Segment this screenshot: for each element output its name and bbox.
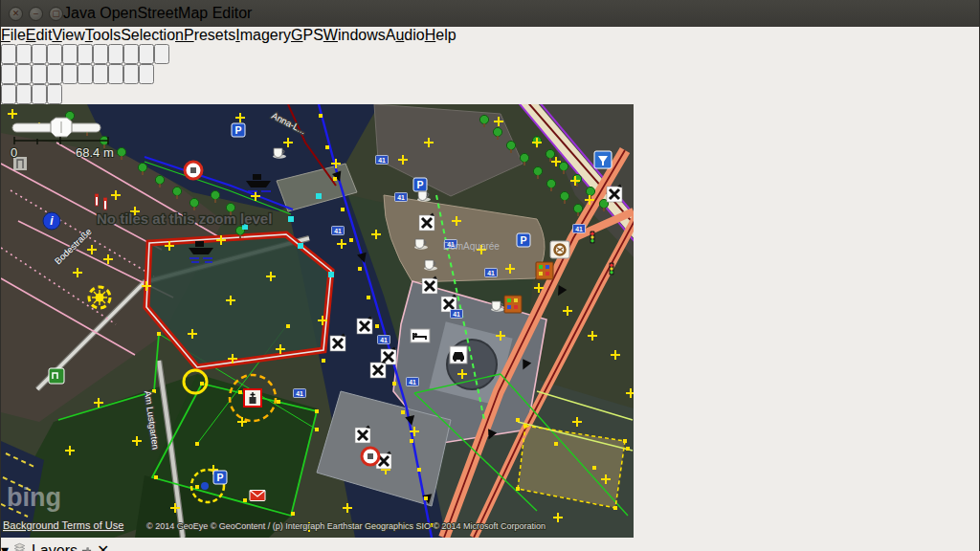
scale-label: 68.4 m bbox=[76, 145, 114, 160]
preferences-button[interactable] bbox=[108, 44, 123, 64]
right-panel-column: ▾ Layers ✕ Data Layer 1 b Bing Sat bbox=[1, 541, 979, 551]
menu-item-view[interactable]: View bbox=[52, 27, 84, 43]
undo-button[interactable] bbox=[62, 44, 78, 64]
merge-tool-button[interactable] bbox=[123, 64, 139, 84]
taxi-icon bbox=[450, 346, 467, 364]
layers-tool-button[interactable] bbox=[1, 84, 16, 104]
zoom-tool-button[interactable] bbox=[62, 64, 78, 84]
menu-item-edit[interactable]: Edit bbox=[26, 27, 53, 43]
lasso-tool-button[interactable] bbox=[32, 64, 47, 84]
update-data-button[interactable] bbox=[32, 44, 47, 64]
imagery-attribution: © 2014 GeoEye © GeoContent / (p) Intergr… bbox=[146, 521, 546, 531]
menu-item-audio[interactable]: Audio bbox=[386, 27, 425, 43]
open-button[interactable] bbox=[1, 44, 16, 64]
fountain-icon bbox=[594, 151, 612, 168]
window-controls: ✕ – ▢ bbox=[9, 7, 63, 21]
main-toolbar bbox=[1, 44, 979, 64]
scale-zero: 0 bbox=[11, 145, 17, 160]
delete-tool-button[interactable] bbox=[78, 64, 93, 84]
measure-tool-button[interactable] bbox=[108, 64, 123, 84]
menu-item-presets[interactable]: Presets bbox=[184, 27, 235, 43]
selected-node-berliner-dom[interactable] bbox=[244, 389, 261, 407]
layers-pin-button[interactable] bbox=[81, 542, 92, 551]
search-button[interactable] bbox=[93, 44, 108, 64]
terms-of-use-link[interactable]: Background Terms of Use bbox=[3, 519, 123, 531]
menu-item-imagery[interactable]: Imagery bbox=[235, 27, 291, 43]
layers-collapse-button[interactable]: ▾ bbox=[1, 542, 9, 551]
menu-item-help[interactable]: Help bbox=[425, 27, 457, 43]
no-entry-icon-2 bbox=[362, 448, 379, 465]
scroll-down-tool-button[interactable] bbox=[47, 84, 62, 104]
josm-window: ✕ – ▢ Java OpenStreetMap Editor FileEdit… bbox=[0, 0, 980, 551]
entrance-icon bbox=[49, 368, 64, 384]
bing-logo: bing bbox=[7, 483, 61, 512]
window-close-button[interactable]: ✕ bbox=[9, 7, 23, 21]
window-title: Java OpenStreetMap Editor bbox=[63, 5, 252, 22]
more-tool-button[interactable]: >> bbox=[139, 64, 154, 84]
selection-tool-button[interactable] bbox=[32, 84, 47, 104]
unglue-tool-button[interactable] bbox=[93, 64, 108, 84]
map-canvas[interactable]: P 41 bbox=[1, 104, 634, 538]
info-icon: i bbox=[43, 212, 60, 230]
menu-item-windows[interactable]: Windows bbox=[323, 27, 386, 43]
redo-button[interactable] bbox=[78, 44, 93, 64]
hotel-icon bbox=[411, 329, 430, 342]
attraction-icon bbox=[92, 290, 107, 305]
area-label-domaquaree: DomAquarée bbox=[443, 241, 500, 252]
no-tiles-message: No tiles at this zoom level bbox=[97, 210, 272, 227]
menu-item-file[interactable]: File bbox=[1, 27, 26, 43]
draw-tool-button[interactable] bbox=[47, 64, 62, 84]
window-minimize-button[interactable]: – bbox=[29, 7, 43, 21]
menu-item-gps[interactable]: GPS bbox=[291, 27, 323, 43]
combine-way-button[interactable] bbox=[139, 44, 154, 64]
menu-item-selection[interactable]: Selection bbox=[121, 27, 184, 43]
select-tool-button[interactable] bbox=[16, 64, 32, 84]
layers-panel-title: Layers bbox=[32, 542, 78, 551]
titlebar: ✕ – ▢ Java OpenStreetMap Editor bbox=[1, 0, 979, 27]
mail-icon bbox=[250, 491, 265, 501]
download-data-button[interactable] bbox=[16, 44, 32, 64]
layers-icon bbox=[12, 541, 27, 551]
no-entry-icon bbox=[185, 162, 202, 179]
map-view[interactable]: P 41 bbox=[1, 104, 979, 541]
edit-tool-sidebar: >> bbox=[1, 64, 979, 104]
split-way-button[interactable] bbox=[123, 44, 139, 64]
window-maximize-button[interactable]: ▢ bbox=[49, 7, 63, 21]
layers-close-button[interactable]: ✕ bbox=[97, 542, 109, 551]
tags-tool-button[interactable] bbox=[16, 84, 32, 104]
pretzel-icon bbox=[550, 241, 569, 258]
menubar: FileEditViewToolsSelectionPresetsImagery… bbox=[1, 27, 979, 44]
refresh-button[interactable] bbox=[154, 44, 169, 64]
layers-panel: ▾ Layers ✕ Data Layer 1 b Bing Sat bbox=[1, 541, 979, 551]
scroll-up-tool-button[interactable] bbox=[1, 64, 16, 84]
upload-data-button[interactable] bbox=[47, 44, 62, 64]
menu-item-tools[interactable]: Tools bbox=[85, 27, 121, 43]
